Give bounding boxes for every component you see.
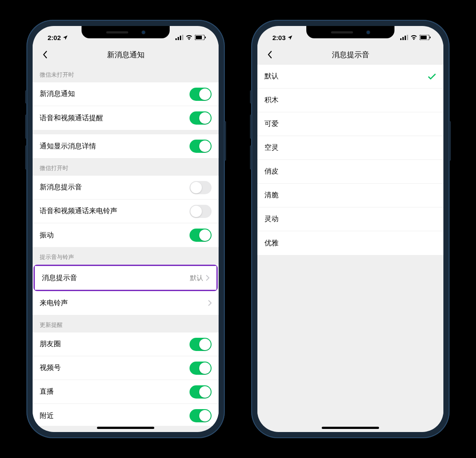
page-title: 消息提示音 xyxy=(257,50,443,60)
page-title: 新消息通知 xyxy=(33,50,219,60)
row-label: 空灵 xyxy=(264,143,436,152)
toggle-switch[interactable] xyxy=(190,409,212,422)
row-label: 清脆 xyxy=(264,191,436,200)
volume-down[interactable] xyxy=(25,145,27,170)
row-label: 新消息通知 xyxy=(40,89,190,99)
wifi-icon xyxy=(186,35,193,40)
row-label: 积木 xyxy=(264,96,436,105)
battery-icon xyxy=(195,35,206,40)
section-header: 微信未打开时 xyxy=(33,65,219,82)
settings-row[interactable]: 语音和视频通话提醒 xyxy=(33,106,219,130)
chevron-right-icon xyxy=(206,275,209,281)
signal-icon xyxy=(400,35,408,40)
home-indicator[interactable] xyxy=(322,427,379,429)
svg-rect-10 xyxy=(407,35,408,40)
row-label: 附近 xyxy=(40,411,190,421)
chevron-left-icon xyxy=(268,50,273,59)
nav-bar: 消息提示音 xyxy=(257,44,443,65)
row-label: 消息提示音 xyxy=(42,273,190,283)
settings-nav-row[interactable]: 消息提示音默认 xyxy=(35,266,216,290)
settings-row[interactable]: 语音和视频通话来电铃声 xyxy=(33,199,219,223)
volume-up[interactable] xyxy=(250,114,252,139)
svg-rect-1 xyxy=(178,37,179,40)
row-label: 语音和视频通话提醒 xyxy=(40,114,190,123)
toggle-switch[interactable] xyxy=(190,181,212,194)
svg-rect-12 xyxy=(420,36,427,39)
settings-list[interactable]: 微信未打开时 新消息通知语音和视频通话提醒 通知显示消息详情 微信打开时 新消息… xyxy=(33,65,219,426)
settings-row[interactable]: 通知显示消息详情 xyxy=(33,134,219,158)
toggle-switch[interactable] xyxy=(190,140,212,153)
toggle-switch[interactable] xyxy=(190,338,212,351)
settings-row[interactable]: 朋友圈 xyxy=(33,332,219,356)
screen: 2:03 消息提示音 默认积木可爱空灵俏皮清脆灵动优雅 xyxy=(257,26,443,432)
signal-icon xyxy=(175,35,183,40)
sound-option-row[interactable]: 俏皮 xyxy=(257,160,443,184)
svg-rect-9 xyxy=(405,36,406,40)
row-label: 灵动 xyxy=(264,214,436,224)
section-header: 微信打开时 xyxy=(33,158,219,176)
toggle-switch[interactable] xyxy=(190,385,212,399)
row-label: 可爱 xyxy=(264,119,436,129)
chevron-right-icon xyxy=(208,300,212,306)
home-indicator[interactable] xyxy=(97,427,154,429)
svg-rect-3 xyxy=(182,35,183,40)
section-header: 更新提醒 xyxy=(33,315,219,332)
svg-rect-7 xyxy=(400,38,402,40)
sound-options-list[interactable]: 默认积木可爱空灵俏皮清脆灵动优雅 xyxy=(257,65,443,426)
toggle-switch[interactable] xyxy=(190,362,212,375)
settings-row[interactable]: 附近 xyxy=(33,404,219,426)
settings-row[interactable]: 振动 xyxy=(33,223,219,247)
mute-switch[interactable] xyxy=(25,90,27,103)
mute-switch[interactable] xyxy=(250,90,252,103)
battery-icon xyxy=(420,35,431,40)
phone-right: 2:03 消息提示音 默认积木可爱空灵俏皮清脆灵动优雅 xyxy=(251,20,450,438)
settings-nav-row[interactable]: 来电铃声 xyxy=(33,291,219,315)
volume-up[interactable] xyxy=(25,114,27,139)
section-header: 提示音与铃声 xyxy=(33,247,219,265)
row-label: 朋友圈 xyxy=(40,340,190,349)
row-label: 来电铃声 xyxy=(40,299,208,308)
svg-rect-8 xyxy=(402,37,404,40)
wifi-icon xyxy=(410,35,417,40)
check-icon xyxy=(428,73,436,80)
settings-row[interactable]: 直播 xyxy=(33,380,219,404)
location-icon xyxy=(63,35,68,40)
sound-option-row[interactable]: 优雅 xyxy=(257,231,443,255)
sound-option-row[interactable]: 灵动 xyxy=(257,207,443,231)
power-button[interactable] xyxy=(449,121,451,161)
row-label: 俏皮 xyxy=(264,167,436,176)
sound-option-row[interactable]: 可爱 xyxy=(257,112,443,136)
sound-option-row[interactable]: 积木 xyxy=(257,89,443,112)
sound-option-row[interactable]: 清脆 xyxy=(257,184,443,207)
toggle-switch[interactable] xyxy=(190,229,212,242)
row-label: 视频号 xyxy=(40,363,190,373)
toggle-switch[interactable] xyxy=(190,205,212,218)
phone-left: 2:02 新消息通知 微信未打开时 新消息通知语音和视频通话提醒 通知显示消息详… xyxy=(26,20,225,438)
row-label: 通知显示消息详情 xyxy=(40,142,190,151)
notch xyxy=(306,26,394,38)
toggle-switch[interactable] xyxy=(190,88,212,101)
settings-row[interactable]: 视频号 xyxy=(33,356,219,380)
row-label: 语音和视频通话来电铃声 xyxy=(40,207,190,216)
sound-option-row[interactable]: 空灵 xyxy=(257,136,443,160)
sound-option-row[interactable]: 默认 xyxy=(257,65,443,89)
svg-rect-6 xyxy=(205,37,206,38)
volume-down[interactable] xyxy=(250,145,252,170)
toggle-switch[interactable] xyxy=(190,111,212,125)
status-time: 2:02 xyxy=(48,34,61,41)
settings-row[interactable]: 新消息提示音 xyxy=(33,176,219,199)
row-label: 优雅 xyxy=(264,239,436,248)
row-label: 直播 xyxy=(40,387,190,396)
nav-bar: 新消息通知 xyxy=(33,44,219,65)
location-icon xyxy=(287,35,293,40)
power-button[interactable] xyxy=(224,121,226,161)
svg-rect-13 xyxy=(430,37,431,38)
row-value: 默认 xyxy=(190,274,203,282)
back-button[interactable] xyxy=(39,48,52,61)
settings-row[interactable]: 新消息通知 xyxy=(33,82,219,106)
row-label: 振动 xyxy=(40,231,190,240)
notch xyxy=(82,26,170,38)
back-button[interactable] xyxy=(264,48,277,61)
chevron-left-icon xyxy=(43,50,48,59)
svg-rect-0 xyxy=(175,38,177,40)
